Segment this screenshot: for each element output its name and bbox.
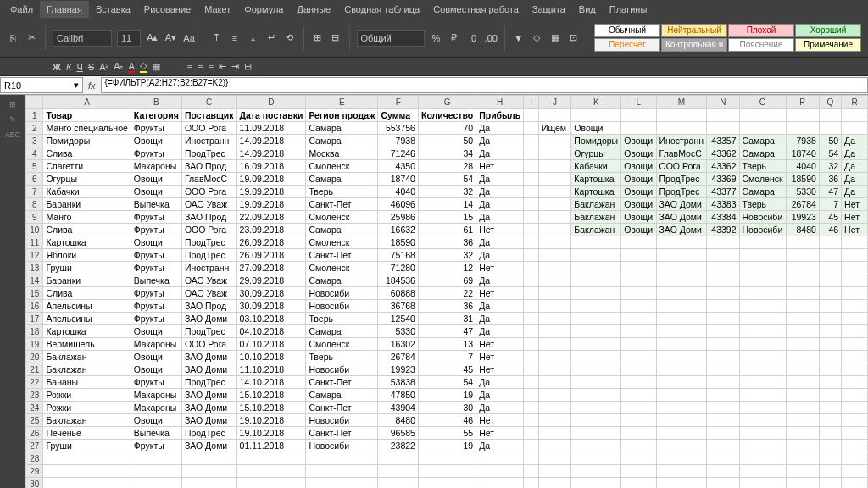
cell[interactable] xyxy=(571,300,621,313)
cell[interactable]: 43357 xyxy=(707,135,739,147)
cell[interactable]: ПродТрес xyxy=(181,236,236,249)
cell[interactable] xyxy=(656,287,707,300)
cell[interactable]: 55 xyxy=(418,427,476,440)
cell[interactable]: Печенье xyxy=(43,427,131,440)
cell[interactable]: 01.11.2018 xyxy=(236,440,306,452)
sub-icon[interactable]: A₂ xyxy=(114,61,123,72)
cell[interactable] xyxy=(621,300,656,313)
cell[interactable] xyxy=(786,122,819,135)
cell[interactable]: Манго xyxy=(43,211,131,224)
cell[interactable]: 36 xyxy=(418,236,476,249)
cell[interactable] xyxy=(621,313,656,325)
row-header[interactable]: 19 xyxy=(26,338,43,351)
cell[interactable] xyxy=(571,376,621,389)
cell[interactable]: Рожки xyxy=(43,402,131,414)
cell[interactable] xyxy=(571,236,621,249)
cell[interactable] xyxy=(131,465,181,478)
cell[interactable] xyxy=(786,478,819,489)
cell[interactable]: Тверь xyxy=(306,313,378,325)
cell[interactable]: 26784 xyxy=(786,198,819,211)
cell[interactable] xyxy=(739,452,786,465)
row-header[interactable]: 2 xyxy=(26,122,43,135)
cell[interactable]: Овощи xyxy=(131,236,181,249)
row-header[interactable]: 3 xyxy=(26,135,43,147)
cell[interactable] xyxy=(739,249,786,262)
cell[interactable] xyxy=(707,249,739,262)
row-header[interactable]: 24 xyxy=(26,402,43,414)
cell[interactable] xyxy=(378,452,419,465)
cell[interactable]: ЗАО Прод xyxy=(181,160,236,173)
menu-tab[interactable]: Формула xyxy=(237,1,290,18)
cell[interactable]: Макароны xyxy=(131,160,181,173)
cell[interactable] xyxy=(842,300,868,313)
cell[interactable] xyxy=(842,262,868,274)
cell[interactable]: Тверь xyxy=(739,198,786,211)
cell[interactable] xyxy=(621,351,656,363)
cell[interactable]: Новосиби xyxy=(739,224,786,236)
cell[interactable]: 12540 xyxy=(378,313,419,325)
cell[interactable]: Москва xyxy=(306,147,378,160)
cell[interactable] xyxy=(739,363,786,376)
cell[interactable] xyxy=(656,414,707,427)
cell[interactable]: 43362 xyxy=(707,160,739,173)
cell[interactable] xyxy=(786,338,819,351)
cell[interactable] xyxy=(819,376,841,389)
cell[interactable]: Самара xyxy=(306,224,378,236)
cell[interactable] xyxy=(538,313,570,325)
row-header[interactable]: 9 xyxy=(26,211,43,224)
cell[interactable] xyxy=(538,135,570,147)
cell[interactable]: 19923 xyxy=(786,211,819,224)
cell[interactable]: ЗАО Доми xyxy=(181,313,236,325)
cut-icon[interactable]: ✂ xyxy=(25,29,39,47)
delete-cells-icon[interactable]: ⊟ xyxy=(329,29,342,47)
cell[interactable] xyxy=(571,325,621,338)
cell[interactable]: Новосиби xyxy=(306,363,378,376)
cell[interactable] xyxy=(418,478,476,489)
row-header[interactable]: 17 xyxy=(26,313,43,325)
cell[interactable] xyxy=(739,465,786,478)
cell[interactable]: Да xyxy=(476,376,524,389)
align-top-icon[interactable]: ⤒ xyxy=(210,29,224,47)
cell[interactable]: Новосиби xyxy=(306,300,378,313)
row-header[interactable]: 25 xyxy=(26,414,43,427)
cell[interactable]: ООО Рога xyxy=(181,186,236,198)
cell[interactable]: 4040 xyxy=(378,186,419,198)
cell[interactable] xyxy=(842,338,868,351)
cell[interactable] xyxy=(524,478,539,489)
cell[interactable]: 14.09.2018 xyxy=(236,135,306,147)
align-mid-icon[interactable]: ≡ xyxy=(228,29,242,47)
cell[interactable]: ЗАО Прод xyxy=(181,300,236,313)
cell[interactable] xyxy=(739,389,786,402)
cell[interactable]: Помидоры xyxy=(571,135,621,147)
cell[interactable] xyxy=(819,122,841,135)
style-preset[interactable]: Нейтральный xyxy=(661,24,727,37)
cell[interactable] xyxy=(707,363,739,376)
col-header[interactable]: F xyxy=(378,96,419,109)
style-preset[interactable]: Обычный xyxy=(594,24,660,37)
cell[interactable]: Самара xyxy=(306,389,378,402)
cell[interactable] xyxy=(819,300,841,313)
cell[interactable]: Вермишель xyxy=(43,338,131,351)
cell[interactable] xyxy=(524,160,539,173)
cell[interactable]: 03.10.2018 xyxy=(236,313,306,325)
cell[interactable]: Кабачки xyxy=(571,160,621,173)
cell[interactable]: Слива xyxy=(43,287,131,300)
cell[interactable]: Нет xyxy=(476,363,524,376)
cell[interactable]: Иностранн xyxy=(181,135,236,147)
cell[interactable] xyxy=(524,287,539,300)
cell[interactable]: 45 xyxy=(819,211,841,224)
cell[interactable]: ЗАО Доми xyxy=(181,402,236,414)
cell[interactable]: Новосиби xyxy=(306,287,378,300)
cell[interactable]: Макароны xyxy=(131,338,181,351)
cell[interactable]: 61 xyxy=(418,224,476,236)
cell[interactable]: Помидоры xyxy=(43,135,131,147)
col-header[interactable]: Q xyxy=(819,96,841,109)
menu-tab[interactable]: Данные xyxy=(290,1,337,18)
fx-icon[interactable]: fx xyxy=(83,80,101,91)
cell[interactable] xyxy=(739,427,786,440)
cell[interactable]: Да xyxy=(476,198,524,211)
cell[interactable] xyxy=(819,287,841,300)
cell[interactable] xyxy=(656,122,707,135)
cell[interactable] xyxy=(538,325,570,338)
cell[interactable] xyxy=(571,389,621,402)
